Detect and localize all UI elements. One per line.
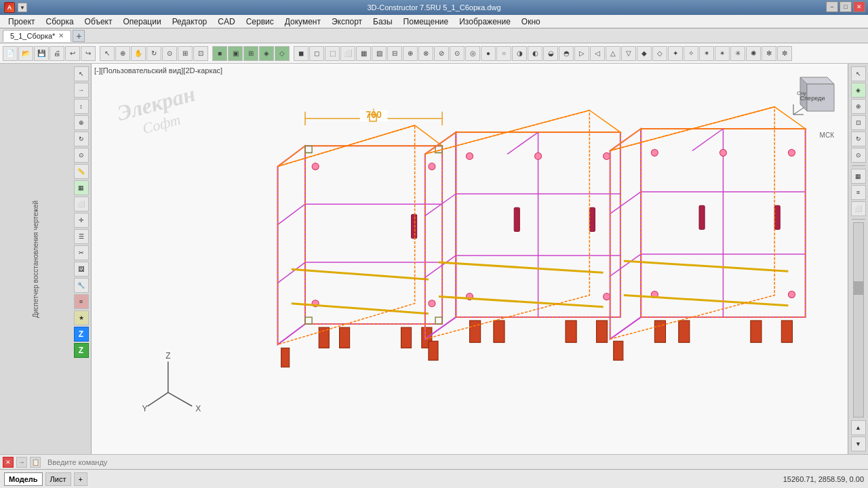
right-scrollbar[interactable] [853, 222, 864, 418]
right-btn-3[interactable]: ⊕ [851, 99, 866, 114]
menu-item-window[interactable]: Окно [516, 16, 546, 28]
menu-item-room[interactable]: Помещение [398, 16, 454, 28]
tb-f27[interactable]: ✶ [699, 46, 714, 61]
maximize-btn[interactable]: □ [840, 1, 852, 12]
tb-f3[interactable]: ⬚ [325, 46, 340, 61]
tb-f5[interactable]: ▦ [356, 46, 371, 61]
command-input[interactable] [45, 456, 865, 468]
tb-f6[interactable]: ▧ [372, 46, 387, 61]
sidebar-orbit-btn[interactable]: ↻ [74, 131, 89, 146]
tb-redo[interactable]: ↪ [81, 46, 96, 61]
tb-f7[interactable]: ⊟ [387, 46, 402, 61]
tb-f2[interactable]: ◻ [309, 46, 324, 61]
tb-f14[interactable]: ○ [496, 46, 511, 61]
tb-f23[interactable]: ◆ [637, 46, 652, 61]
tb-zoomall[interactable]: ⊡ [193, 46, 208, 61]
tb-f25[interactable]: ✦ [668, 46, 683, 61]
tab-add-btn[interactable]: + [73, 30, 85, 42]
right-btn-8[interactable]: ≡ [851, 185, 866, 200]
sidebar-z-btn[interactable]: Z [74, 327, 89, 342]
tb-f15[interactable]: ◑ [512, 46, 527, 61]
sidebar-zoom-btn[interactable]: ⊕ [74, 115, 89, 130]
menu-item-bases[interactable]: Базы [368, 16, 398, 28]
tb-f18[interactable]: ◓ [559, 46, 574, 61]
tb-zoom[interactable]: ⊕ [115, 46, 130, 61]
tb-f22[interactable]: ▽ [621, 46, 636, 61]
tb-new[interactable]: 📄 [3, 46, 18, 61]
tb-f9[interactable]: ⊗ [418, 46, 433, 61]
sidebar-z2-btn[interactable]: Z [74, 343, 89, 358]
sidebar-wrench-btn[interactable]: 🔧 [74, 278, 89, 293]
tb-f16[interactable]: ◐ [528, 46, 542, 61]
tb-f29[interactable]: ✳ [730, 46, 745, 61]
tb-f19[interactable]: ▷ [574, 46, 589, 61]
right-btn-2[interactable]: ◈ [851, 83, 866, 98]
close-btn[interactable]: ✕ [853, 1, 865, 12]
sidebar-arrow-btn[interactable]: → [74, 83, 89, 98]
tb-f4[interactable]: ⬜ [340, 46, 355, 61]
tb-open[interactable]: 📂 [18, 46, 33, 61]
tab-close-icon[interactable]: ✕ [58, 32, 64, 39]
tb-print[interactable]: 🖨 [50, 46, 64, 61]
tb-green5[interactable]: ◇ [275, 46, 290, 61]
tb-pan[interactable]: ✋ [131, 46, 146, 61]
tb-f24[interactable]: ◇ [652, 46, 667, 61]
tb-f32[interactable]: ✼ [777, 46, 792, 61]
sidebar-scissors-btn[interactable]: ✂ [74, 245, 89, 260]
tb-f21[interactable]: △ [606, 46, 620, 61]
right-scroll-down[interactable]: ▼ [851, 436, 866, 451]
tb-green4[interactable]: ◈ [259, 46, 274, 61]
menu-item-object[interactable]: Объект [79, 16, 118, 28]
tb-green3[interactable]: ⊞ [243, 46, 258, 61]
menu-item-document[interactable]: Документ [279, 16, 326, 28]
tb-rotate3d[interactable]: ↻ [146, 46, 161, 61]
tb-f10[interactable]: ⊘ [434, 46, 449, 61]
tb-f12[interactable]: ◎ [465, 46, 480, 61]
tb-zoomwindow[interactable]: ⊞ [178, 46, 193, 61]
right-btn-9[interactable]: ⬜ [851, 201, 866, 216]
sidebar-cursor-btn[interactable]: ↖ [74, 66, 89, 81]
sidebar-image-btn[interactable]: 🖼 [74, 262, 89, 277]
cmd-icon-btn[interactable]: 📋 [30, 457, 41, 468]
sidebar-grid-btn[interactable]: ▦ [74, 180, 89, 195]
menu-item-service[interactable]: Сервис [241, 16, 279, 28]
sheet-tab[interactable]: Лист [45, 472, 71, 486]
tb-select[interactable]: ↖ [100, 46, 115, 61]
tb-f17[interactable]: ◒ [543, 46, 558, 61]
sidebar-star-btn[interactable]: ★ [74, 310, 89, 325]
sidebar-crosshair-btn[interactable]: ✛ [74, 213, 89, 228]
sidebar-move-btn[interactable]: ↕ [74, 99, 89, 114]
right-btn-1[interactable]: ↖ [851, 66, 866, 81]
menu-item-assembly[interactable]: Сборка [41, 16, 79, 28]
right-btn-4[interactable]: ⊡ [851, 115, 866, 130]
menu-item-operations[interactable]: Операции [117, 16, 166, 28]
add-layout-btn[interactable]: + [74, 472, 87, 486]
minimize-btn[interactable]: − [826, 1, 838, 12]
tb-f20[interactable]: ◁ [590, 46, 605, 61]
sidebar-lines-btn[interactable]: ≡ [74, 294, 89, 309]
cmd-close-btn[interactable]: ✕ [3, 457, 14, 468]
tb-f28[interactable]: ✴ [715, 46, 730, 61]
tb-f26[interactable]: ✧ [684, 46, 698, 61]
right-btn-5[interactable]: ↻ [851, 131, 866, 146]
tb-undo[interactable]: ↩ [65, 46, 80, 61]
sidebar-target-btn[interactable]: ⊙ [74, 148, 89, 163]
tb-green1[interactable]: ■ [212, 46, 227, 61]
menu-item-project[interactable]: Проект [3, 16, 41, 28]
tb-save[interactable]: 💾 [34, 46, 49, 61]
right-btn-6[interactable]: ⊙ [851, 148, 866, 163]
sidebar-box-btn[interactable]: ⬜ [74, 197, 89, 211]
menu-item-cad[interactable]: CAD [212, 16, 240, 28]
menu-item-image[interactable]: Изображение [454, 16, 516, 28]
menu-item-export[interactable]: Экспорт [326, 16, 368, 28]
tb-f31[interactable]: ✻ [762, 46, 776, 61]
model-tab[interactable]: Модель [4, 472, 43, 486]
menu-item-editor[interactable]: Редактор [167, 16, 213, 28]
tb-f13[interactable]: ● [481, 46, 496, 61]
tb-f1[interactable]: ◼ [294, 46, 309, 61]
tb-orbit[interactable]: ⊙ [162, 46, 177, 61]
tb-f30[interactable]: ✺ [746, 46, 761, 61]
tb-green2[interactable]: ▣ [228, 46, 243, 61]
sidebar-layer-btn[interactable]: ☰ [74, 229, 89, 244]
title-menu-btn[interactable]: ▼ [18, 3, 27, 12]
